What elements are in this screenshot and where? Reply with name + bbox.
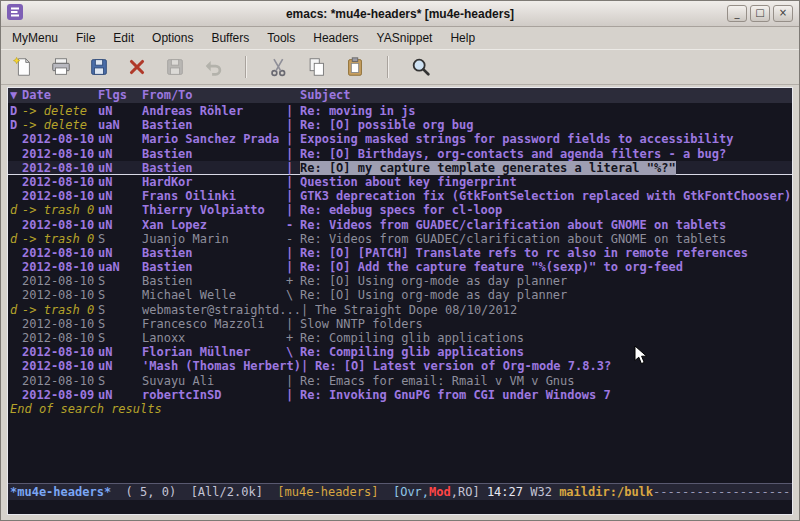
message-row[interactable]: 2012-08-10uaNBastien|Re: [O] Add the cap… <box>8 260 792 274</box>
message-row[interactable]: 2012-08-10SLanoxx+Re: Compiling glib app… <box>8 331 792 345</box>
search-button[interactable] <box>407 53 435 81</box>
msg-mark <box>10 359 22 373</box>
msg-date: 2012-08-10 <box>22 288 98 302</box>
msg-date: 2012-08-10 <box>22 260 98 274</box>
message-row[interactable]: 2012-08-10uNFlorian Müllner\Re: Compilin… <box>8 345 792 359</box>
msg-from: Bastien <box>142 161 286 175</box>
message-row[interactable]: 2012-08-10uNBastien|Re: [O] my capture t… <box>8 161 792 175</box>
message-row[interactable]: 2012-08-09uNrobertcInSD|Re: Invoking Gnu… <box>8 388 792 402</box>
menu-item-tools[interactable]: Tools <box>258 28 304 48</box>
msg-date: 2012-08-10 <box>22 147 98 161</box>
menu-item-help[interactable]: Help <box>441 28 484 48</box>
save-as-button[interactable] <box>161 53 189 81</box>
search-icon <box>410 56 432 78</box>
msg-thread-separator: | <box>286 104 300 118</box>
message-row[interactable]: 2012-08-10uNBastien|Re: [O] [PATCH] Tran… <box>8 246 792 260</box>
paste-button[interactable] <box>341 53 369 81</box>
msg-from: Bastien <box>142 147 286 161</box>
menu-item-mymenu[interactable]: MyMenu <box>3 28 67 48</box>
message-row[interactable]: 2012-08-10uNMario Sanchez Prada|Exposing… <box>8 132 792 146</box>
undo-icon <box>202 56 224 78</box>
message-row[interactable]: 2012-08-10uNBastien|Re: [O] Birthdays, o… <box>8 147 792 161</box>
msg-thread-separator: + <box>286 331 300 345</box>
column-header-flags[interactable]: Flgs <box>98 88 142 102</box>
msg-thread-separator: | <box>286 317 300 331</box>
menu-item-headers[interactable]: Headers <box>304 28 367 48</box>
modeline-major-mode: [mu4e-headers] <box>277 485 393 499</box>
menu-item-buffers[interactable]: Buffers <box>202 28 258 48</box>
modeline-readonly-flag: ,RO] <box>451 485 480 499</box>
column-header-line: ▼ Date Flgs From/To Subject <box>8 88 792 103</box>
message-row[interactable]: 2012-08-10uNXan Lopez-Re: Videos from GU… <box>8 218 792 232</box>
msg-flags: S <box>98 303 142 317</box>
copy-button[interactable] <box>303 53 331 81</box>
msg-mark <box>10 147 22 161</box>
scissors-icon <box>268 56 290 78</box>
msg-subject: Re: [O] possible org bug <box>300 118 792 132</box>
menu-item-yasnippet[interactable]: YASnippet <box>368 28 442 48</box>
msg-from: robertcInSD <box>142 388 286 402</box>
msg-from: Francesco Mazzoli <box>142 317 286 331</box>
emacs-window: emacs: *mu4e-headers* [mu4e-headers] _ □… <box>0 0 800 521</box>
msg-from: Juanjo Marin <box>142 232 286 246</box>
save-button[interactable] <box>85 53 113 81</box>
msg-mark <box>10 331 22 345</box>
message-row[interactable]: d-> trash 0Swebmaster@straightd...|The S… <box>8 303 792 317</box>
new-file-button[interactable] <box>9 53 37 81</box>
msg-from: Mario Sanchez Prada <box>142 132 286 146</box>
msg-from: Lanoxx <box>142 331 286 345</box>
close-button[interactable]: × <box>773 5 793 22</box>
undo-button[interactable] <box>199 53 227 81</box>
msg-date: 2012-08-10 <box>22 246 98 260</box>
msg-thread-separator: - <box>286 232 300 246</box>
echo-area <box>8 500 792 514</box>
message-row[interactable]: D-> deleteuaNBastien|Re: [O] possible or… <box>8 118 792 132</box>
message-row[interactable]: 2012-08-10uNFrans Oilinki|GTK3 deprecati… <box>8 189 792 203</box>
print-button[interactable] <box>47 53 75 81</box>
msg-subject: Question about key fingerprint <box>300 175 792 189</box>
msg-mark: d <box>10 203 22 217</box>
modeline-overwrite-flag: [Ovr, <box>393 485 429 499</box>
msg-mark <box>10 161 22 175</box>
msg-thread-separator: | <box>286 189 300 203</box>
frame-client-area: ▼ Date Flgs From/To Subject D-> deleteuN… <box>1 85 799 520</box>
cut-button[interactable] <box>265 53 293 81</box>
menu-item-file[interactable]: File <box>67 28 104 48</box>
column-header-date[interactable]: Date <box>22 88 98 102</box>
msg-date: 2012-08-10 <box>22 132 98 146</box>
message-row[interactable]: 2012-08-10SFrancesco Mazzoli|Slow NNTP f… <box>8 317 792 331</box>
title-bar[interactable]: emacs: *mu4e-headers* [mu4e-headers] _ □… <box>1 1 799 27</box>
msg-date: 2012-08-10 <box>22 331 98 345</box>
msg-subject: Re: [O] Using org-mode as day planner <box>300 274 792 288</box>
message-row[interactable]: 2012-08-10SBastien+Re: [O] Using org-mod… <box>8 274 792 288</box>
printer-icon <box>50 56 72 78</box>
message-row[interactable]: D-> deleteuNAndreas Röhler|Re: moving in… <box>8 104 792 118</box>
message-row[interactable]: 2012-08-10uNHardKor|Question about key f… <box>8 175 792 189</box>
msg-mark <box>10 274 22 288</box>
message-row[interactable]: d-> trash 0uNThierry Volpiatto|Re: edebu… <box>8 203 792 217</box>
column-header-subject[interactable]: Subject <box>300 88 792 102</box>
menu-item-options[interactable]: Options <box>143 28 202 48</box>
msg-mark: d <box>10 303 22 317</box>
menu-item-edit[interactable]: Edit <box>104 28 143 48</box>
mu4e-headers-buffer: ▼ Date Flgs From/To Subject D-> deleteuN… <box>7 87 793 515</box>
sort-direction-icon: ▼ <box>10 88 22 102</box>
msg-flags: uN <box>98 132 142 146</box>
msg-from: Andreas Röhler <box>142 104 286 118</box>
column-header-from[interactable]: From/To <box>142 88 286 102</box>
msg-mark <box>10 345 22 359</box>
msg-thread-separator: | <box>286 161 300 175</box>
message-row[interactable]: 2012-08-10uN'Mash (Thomas Herbert)|Re: [… <box>8 359 792 373</box>
msg-thread-separator: | <box>286 388 300 402</box>
message-row[interactable]: d-> trash 0SJuanjo Marin-Re: Videos from… <box>8 232 792 246</box>
message-row[interactable]: 2012-08-10SSuvayu Ali|Re: Emacs for emai… <box>8 374 792 388</box>
msg-date: -> trash 0 <box>22 203 98 217</box>
kill-buffer-button[interactable] <box>123 53 151 81</box>
msg-thread-separator: \ <box>286 288 300 302</box>
msg-from: Michael Welle <box>142 288 286 302</box>
maximize-button[interactable]: □ <box>750 5 770 22</box>
message-row[interactable]: 2012-08-10SMichael Welle\Re: [O] Using o… <box>8 288 792 302</box>
msg-date: 2012-08-10 <box>22 374 98 388</box>
msg-flags: uN <box>98 189 142 203</box>
minimize-button[interactable]: _ <box>727 5 747 22</box>
